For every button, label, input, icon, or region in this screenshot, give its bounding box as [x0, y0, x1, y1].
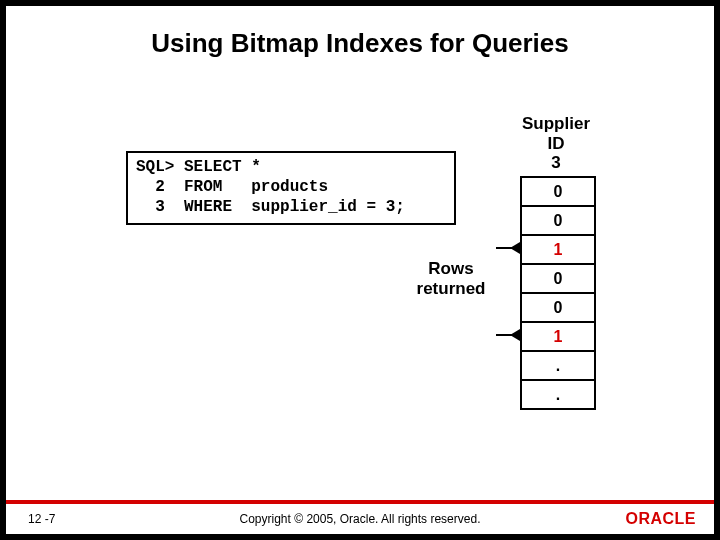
bitmap-cell: 1 [522, 236, 594, 265]
bitmap-cell: 0 [522, 178, 594, 207]
slide: Using Bitmap Indexes for Queries SQL> SE… [6, 6, 714, 534]
bitmap-column-header: Supplier ID 3 [520, 114, 592, 173]
sql-line: 2 FROM products [136, 177, 446, 197]
sql-line: 3 WHERE supplier_id = 3; [136, 197, 446, 217]
bitmap-cell: 1 [522, 323, 594, 352]
bitmap-column: 0 0 1 0 0 1 . . [520, 176, 596, 410]
bitmap-cell: . [522, 381, 594, 408]
arrow-icon [496, 247, 518, 249]
bitmap-cell: . [522, 352, 594, 381]
arrow-icon [496, 334, 518, 336]
header-text: Supplier [520, 114, 592, 134]
rows-returned-label: Rows returned [406, 259, 496, 298]
copyright-text: Copyright © 2005, Oracle. All rights res… [6, 512, 714, 526]
footer-divider [6, 500, 714, 504]
bitmap-cell: 0 [522, 207, 594, 236]
oracle-logo: ORACLE [625, 510, 696, 528]
label-text: Rows [406, 259, 496, 279]
sql-line: SQL> SELECT * [136, 157, 446, 177]
page-title: Using Bitmap Indexes for Queries [6, 28, 714, 59]
bitmap-cell: 0 [522, 294, 594, 323]
header-text: ID [520, 134, 592, 154]
label-text: returned [406, 279, 496, 299]
header-text: 3 [520, 153, 592, 173]
sql-query-box: SQL> SELECT * 2 FROM products 3 WHERE su… [126, 151, 456, 225]
bitmap-cell: 0 [522, 265, 594, 294]
